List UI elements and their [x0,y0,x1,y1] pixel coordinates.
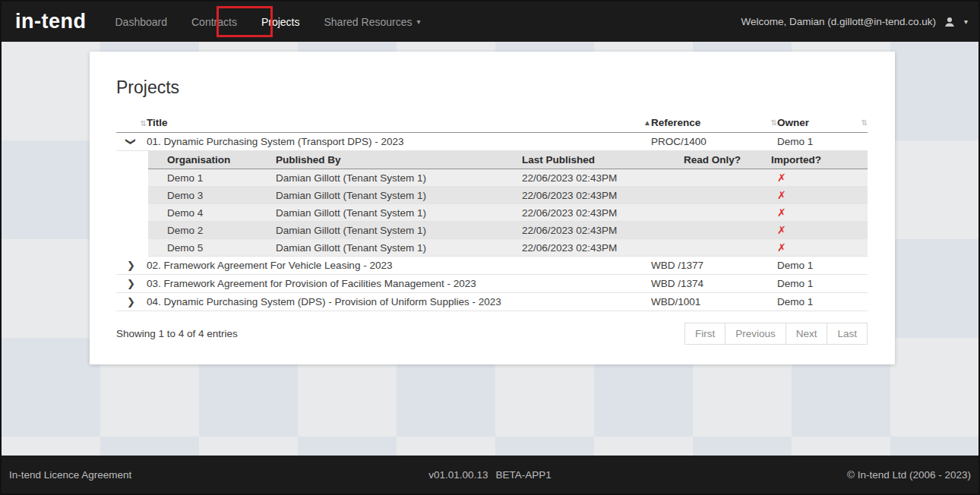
publication-last-published: 22/06/2023 02:43PM [522,204,670,222]
projects-table: ⇅ Title▲ Reference⇅ Owner⇅ ❯ 01. Dynamic… [116,113,868,311]
column-header-title[interactable]: Title▲ [147,113,651,133]
publication-row: Demo 3 Damian Gillott (Tenant System 1) … [148,187,868,204]
version-number: v01.01.00.13 [428,469,488,481]
publication-read-only [670,239,754,257]
project-reference: WBD/1001 [651,293,777,311]
subcolumn-read-only: Read Only? [670,151,754,169]
entries-summary: Showing 1 to 4 of 4 entries [116,328,238,339]
publication-published-by: Damian Gillott (Tenant System 1) [276,204,522,222]
nav-item-shared-resources[interactable]: Shared Resources ▾ [311,2,432,42]
environment-label: BETA-APP1 [495,469,551,481]
subcolumn-published-by: Published By [276,151,522,169]
publication-published-by: Damian Gillott (Tenant System 1) [276,187,522,204]
pagination: First Previous Next Last [684,323,868,345]
nav-item-dashboard[interactable]: Dashboard [103,2,179,42]
publication-organisation: Demo 4 [148,204,276,222]
project-reference: PROC/1400 [651,133,777,151]
subcolumn-last-published: Last Published [522,151,670,169]
chevron-down-icon: ▾ [964,17,968,26]
publication-read-only [670,169,754,187]
chevron-right-icon[interactable]: ❯ [127,296,135,307]
publication-row: Demo 1 Damian Gillott (Tenant System 1) … [148,169,868,187]
publication-organisation: Demo 1 [148,169,276,187]
publication-last-published: 22/06/2023 02:43PM [522,187,670,204]
annotation-highlight [217,6,273,37]
publication-published-by: Damian Gillott (Tenant System 1) [276,169,522,187]
projects-table-header-row: ⇅ Title▲ Reference⇅ Owner⇅ [116,113,868,133]
publication-organisation: Demo 3 [148,187,276,204]
publication-read-only [670,222,754,239]
subcolumn-imported: Imported? [754,151,868,169]
sort-asc-icon[interactable]: ▲ [643,118,651,127]
chevron-right-icon[interactable]: ❯ [127,260,135,271]
main-area: Projects ⇅ Title▲ Reference⇅ Owner⇅ ❯ 01 [2,42,978,456]
pagination-next-button[interactable]: Next [786,323,828,345]
subcolumn-organisation: Organisation [148,151,276,169]
publication-organisation: Demo 2 [148,222,276,239]
project-owner: Demo 1 [777,293,868,311]
publication-read-only [670,204,754,222]
column-header-reference[interactable]: Reference⇅ [651,113,777,133]
sort-icon[interactable]: ⇅ [141,119,147,128]
project-reference: WBD /1374 [651,275,777,293]
publication-read-only [670,187,754,204]
app-window: in-tend Dashboard Contracts Projects Sha… [0,0,980,495]
chevron-down-icon: ▾ [416,17,420,26]
publications-table: Organisation Published By Last Published… [148,151,868,257]
user-icon [944,16,956,28]
publication-organisation: Demo 5 [148,239,276,257]
project-reference: WBD /1377 [651,257,777,275]
page-title: Projects [116,77,868,98]
project-row[interactable]: ❯ 01. Dynamic Purchasing System (Transpo… [116,133,868,151]
sort-icon[interactable]: ⇅ [771,118,777,127]
column-header-owner[interactable]: Owner⇅ [777,113,868,133]
bottom-bar: In-tend Licence Agreement v01.01.00.13 B… [2,456,978,493]
publication-last-published: 22/06/2023 02:43PM [522,239,670,257]
project-owner: Demo 1 [777,133,868,151]
publication-published-by: Damian Gillott (Tenant System 1) [276,239,522,257]
imported-no-icon: ✗ [777,172,786,184]
imported-no-icon: ✗ [777,224,786,236]
project-owner: Demo 1 [777,275,868,293]
pagination-previous-button[interactable]: Previous [725,323,786,345]
imported-no-icon: ✗ [777,241,786,254]
project-subtable-row: Organisation Published By Last Published… [116,151,868,257]
sort-icon[interactable]: ⇅ [861,118,868,127]
project-row[interactable]: ❯ 03. Framework Agreement for Provision … [116,275,868,293]
publication-last-published: 22/06/2023 02:43PM [522,222,670,239]
licence-agreement-link[interactable]: In-tend Licence Agreement [9,469,428,481]
project-row[interactable]: ❯ 02. Framework Agreement For Vehicle Le… [116,257,868,275]
publications-header-row: Organisation Published By Last Published… [148,151,868,169]
pagination-last-button[interactable]: Last [827,323,868,345]
expander-column-header: ⇅ [116,113,147,133]
chevron-down-icon[interactable]: ❯ [125,137,137,146]
publication-last-published: 22/06/2023 02:43PM [522,169,670,187]
project-row[interactable]: ❯ 04. Dynamic Purchasing System (DPS) - … [116,293,868,311]
navbar-right: Welcome, Damian (d.gillott@in-tend.co.uk… [741,16,968,28]
copyright-text: © In-tend Ltd (2006 - 2023) [552,469,971,481]
publication-row: Demo 4 Damian Gillott (Tenant System 1) … [148,204,868,222]
projects-card: Projects ⇅ Title▲ Reference⇅ Owner⇅ ❯ 01 [90,52,895,364]
table-footer: Showing 1 to 4 of 4 entries First Previo… [116,323,868,345]
project-title: 02. Framework Agreement For Vehicle Leas… [147,257,651,275]
pagination-first-button[interactable]: First [684,323,726,345]
version-info: v01.01.00.13 BETA-APP1 [428,469,551,481]
project-title: 04. Dynamic Purchasing System (DPS) - Pr… [147,293,651,311]
publication-row: Demo 5 Damian Gillott (Tenant System 1) … [148,239,868,257]
welcome-text: Welcome, Damian (d.gillott@in-tend.co.uk… [741,16,936,27]
project-title: 01. Dynamic Purchasing System (Transport… [147,133,651,151]
project-title: 03. Framework Agreement for Provision of… [147,275,651,293]
imported-no-icon: ✗ [777,207,786,219]
imported-no-icon: ✗ [777,189,786,201]
top-navbar: in-tend Dashboard Contracts Projects Sha… [2,2,978,42]
intend-logo[interactable]: in-tend [15,10,86,33]
project-owner: Demo 1 [777,257,868,275]
publication-published-by: Damian Gillott (Tenant System 1) [276,222,522,239]
publication-row: Demo 2 Damian Gillott (Tenant System 1) … [148,222,868,239]
chevron-right-icon[interactable]: ❯ [127,278,135,289]
user-menu[interactable]: ▾ [944,16,968,28]
